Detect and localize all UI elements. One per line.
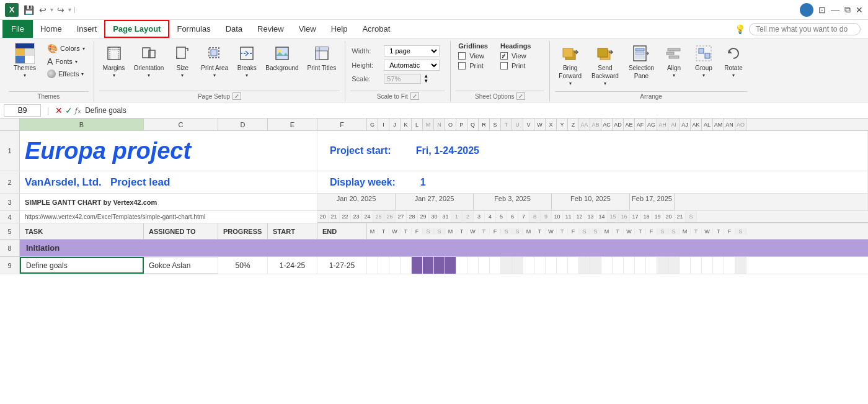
search-input[interactable] <box>749 23 861 35</box>
fonts-button[interactable]: A Fonts ▾ <box>43 55 89 68</box>
group-button[interactable]: Group ▾ <box>690 41 717 81</box>
col-header-AN[interactable]: AN <box>724 119 735 130</box>
col-header-R[interactable]: R <box>479 119 490 130</box>
col-header-M[interactable]: M <box>423 119 434 130</box>
menu-item-formulas[interactable]: Formulas <box>169 20 218 38</box>
gridlines-print-checkbox[interactable] <box>458 62 466 70</box>
themes-button[interactable]: Themes ▾ <box>9 41 41 81</box>
scale-expand-icon[interactable]: ⤢ <box>410 92 419 100</box>
col-header-D[interactable]: D <box>218 119 268 130</box>
col-header-AD[interactable]: AD <box>613 119 624 130</box>
headings-view-checkbox[interactable]: ✓ <box>500 52 508 60</box>
menu-item-acrobat[interactable]: Acrobat <box>355 20 397 38</box>
cell-D9[interactable]: 50% <box>218 257 268 274</box>
cell-B4[interactable]: https://www.vertex42.com/ExcelTemplates/… <box>20 211 317 223</box>
cell-C9[interactable]: Gokce Aslan <box>144 257 218 274</box>
col-header-AL[interactable]: AL <box>702 119 713 130</box>
col-header-AB[interactable]: AB <box>590 119 601 130</box>
col-header-Z[interactable]: Z <box>568 119 579 130</box>
col-header-G[interactable]: G <box>367 119 378 130</box>
col-header-AJ[interactable]: AJ <box>680 119 691 130</box>
margins-button[interactable]: Margins ▾ <box>99 41 129 81</box>
col-header-K[interactable]: K <box>401 119 412 130</box>
cell-B3[interactable]: SIMPLE GANTT CHART by Vertex42.com <box>20 194 317 210</box>
rotate-button[interactable]: Rotate ▾ <box>720 41 747 81</box>
cell-E9[interactable]: 1-24-25 <box>268 257 317 274</box>
col-header-AE[interactable]: AE <box>624 119 635 130</box>
col-header-W[interactable]: W <box>534 119 546 130</box>
col-header-F[interactable]: F <box>317 119 367 130</box>
col-header-AI[interactable]: AI <box>668 119 680 130</box>
col-header-AA[interactable]: AA <box>579 119 590 130</box>
size-button[interactable]: Size ▾ <box>169 41 196 81</box>
col-header-O[interactable]: O <box>445 119 456 130</box>
menu-item-review[interactable]: Review <box>250 20 291 38</box>
col-header-T[interactable]: T <box>501 119 512 130</box>
col-header-E[interactable]: E <box>268 119 317 130</box>
menu-item-file[interactable]: File <box>2 20 33 38</box>
bring-forward-button[interactable]: Bring Forward ▾ <box>555 41 585 89</box>
col-header-AO[interactable]: AO <box>735 119 746 130</box>
menu-item-view[interactable]: View <box>291 20 324 38</box>
user-avatar[interactable] <box>800 3 813 17</box>
align-button[interactable]: Align ▾ <box>660 41 688 81</box>
headings-print-checkbox[interactable] <box>500 62 508 70</box>
print-titles-button[interactable]: Print Titles <box>304 41 340 74</box>
colors-button[interactable]: 🎨 Colors ▾ <box>43 42 89 55</box>
height-select[interactable]: Automatic 1 page 2 pages <box>384 60 440 71</box>
background-button[interactable]: Background <box>262 41 302 74</box>
confirm-edit-icon[interactable]: ✓ <box>65 105 73 115</box>
menu-item-page-layout[interactable]: Page Layout <box>104 20 169 38</box>
cell-B9[interactable]: Define goals <box>20 257 144 274</box>
insert-function-icon[interactable]: 𝑓ₓ <box>75 105 81 115</box>
width-select[interactable]: 1 page Automatic 2 pages <box>384 45 440 56</box>
col-header-AK[interactable]: AK <box>691 119 702 130</box>
col-header-AF[interactable]: AF <box>635 119 646 130</box>
send-backward-button[interactable]: Send Backward ▾ <box>588 41 622 89</box>
cell-B1[interactable]: Europa project <box>20 131 317 171</box>
name-box[interactable] <box>4 104 41 117</box>
sheet-expand-icon[interactable]: ⤢ <box>516 92 525 100</box>
minimize-button[interactable]: — <box>831 5 839 15</box>
col-header-B[interactable]: B <box>20 119 144 130</box>
col-header-X[interactable]: X <box>546 119 557 130</box>
col-header-Y[interactable]: Y <box>557 119 568 130</box>
redo-icon[interactable]: ↪ <box>56 4 66 16</box>
col-header-AG[interactable]: AG <box>646 119 657 130</box>
col-header-V[interactable]: V <box>523 119 534 130</box>
breaks-button[interactable]: Breaks ▾ <box>233 41 260 81</box>
menu-item-help[interactable]: Help <box>324 20 355 38</box>
selection-pane-button[interactable]: Selection Pane <box>625 41 658 82</box>
effects-button[interactable]: Effects ▾ <box>43 68 89 79</box>
menu-item-data[interactable]: Data <box>218 20 250 38</box>
col-header-Q[interactable]: Q <box>467 119 479 130</box>
col-header-AC[interactable]: AC <box>601 119 613 130</box>
col-header-AH[interactable]: AH <box>657 119 668 130</box>
ribbon-display-options-icon[interactable]: ⊡ <box>818 5 826 15</box>
col-header-J[interactable]: J <box>389 119 401 130</box>
cell-initiation[interactable]: Initiation <box>20 240 868 256</box>
scale-spinner-up[interactable]: ▲▼ <box>423 74 428 84</box>
col-header-I[interactable]: I <box>378 119 389 130</box>
cancel-edit-icon[interactable]: ✕ <box>55 105 63 115</box>
col-header-L[interactable]: L <box>412 119 423 130</box>
close-button[interactable]: ✕ <box>856 5 863 15</box>
formula-input[interactable] <box>85 106 864 115</box>
col-header-P[interactable]: P <box>456 119 467 130</box>
undo-icon[interactable]: ↩ <box>38 4 48 16</box>
col-header-U[interactable]: U <box>512 119 523 130</box>
page-setup-expand-icon[interactable]: ⤢ <box>232 92 241 100</box>
menu-item-home[interactable]: Home <box>33 20 69 38</box>
cell-F9[interactable]: 1-27-25 <box>317 257 367 274</box>
save-icon[interactable]: 💾 <box>22 4 35 16</box>
col-header-S[interactable]: S <box>490 119 501 130</box>
print-area-button[interactable]: Print Area ▾ <box>197 41 232 81</box>
orientation-button[interactable]: Orientation ▾ <box>130 41 167 81</box>
col-header-N[interactable]: N <box>434 119 445 130</box>
restore-button[interactable]: ⧉ <box>844 4 851 15</box>
col-header-C[interactable]: C <box>144 119 218 130</box>
col-header-AM[interactable]: AM <box>713 119 724 130</box>
cell-B2[interactable]: VanArsdel, Ltd. Project lead <box>20 171 317 193</box>
gridlines-view-checkbox[interactable] <box>458 52 466 60</box>
menu-item-insert[interactable]: Insert <box>69 20 105 38</box>
